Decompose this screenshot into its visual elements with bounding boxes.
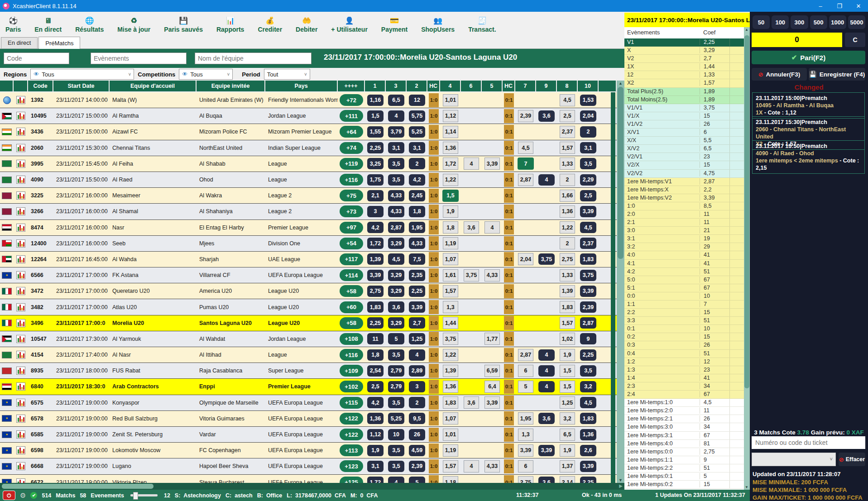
odds-cell-o1[interactable]: 1,39 bbox=[367, 253, 384, 265]
odds-cell-o4[interactable]: 1,12 bbox=[443, 110, 458, 122]
odds-cell-o7[interactable]: 5 bbox=[518, 381, 533, 393]
stats-chart-icon[interactable] bbox=[16, 287, 25, 295]
stats-chart-icon[interactable] bbox=[16, 255, 25, 263]
table-row[interactable]: 684023/11/2017 18:30:0Arab ContractorsEn… bbox=[0, 379, 617, 395]
odds-cell-o7[interactable]: 2,87 bbox=[518, 349, 533, 361]
odds-cell-o2[interactable]: 2,89 bbox=[409, 365, 425, 377]
power-button[interactable]: ⏻ bbox=[3, 491, 15, 500]
table-row[interactable]: ✶667223/11/2017 19:00:00Viktoria PlzenSt… bbox=[0, 475, 617, 483]
odds-cell-o1[interactable]: 3,39 bbox=[367, 270, 384, 281]
scroll-down-icon[interactable]: ▼ bbox=[619, 478, 623, 482]
odds-cell-o8[interactable]: 1,83 bbox=[560, 301, 575, 313]
odds-cell-o1[interactable]: 1,5 bbox=[367, 110, 384, 122]
odds-cell-o3[interactable]: 2,87 bbox=[388, 222, 404, 233]
odds-cell-o1[interactable]: 1,72 bbox=[367, 477, 384, 483]
event-row[interactable]: 1ere Mi-temps:3:034 bbox=[624, 423, 744, 431]
event-row[interactable]: 3:229 bbox=[624, 243, 744, 251]
odds-cell-o1[interactable]: 1,8 bbox=[367, 349, 384, 361]
odds-cell-o8[interactable]: 1,36 bbox=[560, 205, 575, 218]
table-row[interactable]: 348223/11/2017 17:00:00Atlas U20Pumas U2… bbox=[0, 299, 617, 315]
scroll-up-icon[interactable]: ▲ bbox=[619, 81, 623, 86]
odds-cell-o5[interactable]: 1,77 bbox=[484, 333, 500, 345]
tab-en-direct[interactable]: En direct bbox=[1, 37, 38, 48]
odds-cell-o4[interactable]: 1,39 bbox=[443, 365, 458, 377]
event-row[interactable]: 5:067 bbox=[624, 276, 744, 284]
event-row[interactable]: V1/V13,75 bbox=[624, 104, 744, 112]
odds-cell-o10[interactable]: 3,39 bbox=[580, 206, 596, 217]
odds-cell-o4[interactable]: 1,07 bbox=[443, 412, 458, 425]
table-row[interactable]: 1054723/11/2017 17:30:00Al YarmoukAl Wah… bbox=[0, 331, 617, 347]
event-row[interactable]: 1ere Mi-temps:V12,87 bbox=[624, 178, 744, 186]
odds-cell-o10[interactable]: 2,87 bbox=[580, 317, 596, 329]
event-row[interactable]: 5:167 bbox=[624, 284, 744, 292]
toolbar-button-rapports[interactable]: 📊Rapports bbox=[216, 16, 244, 33]
odds-cell-o8[interactable]: 4,5 bbox=[560, 94, 575, 106]
cancel-bet-button[interactable]: ⊘ Annuler(F3) bbox=[752, 68, 807, 81]
event-row[interactable]: X21,57 bbox=[624, 79, 744, 87]
odds-cell-o1[interactable]: 11 bbox=[367, 333, 384, 344]
table-row[interactable]: 139223/11/2017 14:00:00Malta (W)United A… bbox=[0, 92, 617, 108]
event-row[interactable]: 1:323 bbox=[624, 366, 744, 374]
odds-cell-o9[interactable]: 3,6 bbox=[538, 110, 555, 122]
more-odds-button[interactable]: +113 bbox=[340, 444, 363, 456]
event-row[interactable]: 1ere Mi-temps:X2,2 bbox=[624, 186, 744, 194]
stats-chart-icon[interactable] bbox=[16, 160, 25, 168]
stake-button-300[interactable]: 300 bbox=[791, 15, 808, 29]
stats-chart-icon[interactable] bbox=[16, 128, 25, 136]
event-row[interactable]: 2:467 bbox=[624, 391, 744, 399]
event-row[interactable]: V22,7 bbox=[624, 55, 744, 63]
event-row[interactable]: 3:351 bbox=[624, 317, 744, 325]
odds-cell-o2[interactable]: 2 bbox=[409, 158, 425, 169]
minimize-button[interactable]: – bbox=[811, 0, 830, 12]
odds-cell-o2[interactable]: 5 bbox=[409, 477, 425, 483]
odds-cell-o2[interactable]: 3 bbox=[409, 381, 425, 392]
more-odds-button[interactable]: +116 bbox=[340, 349, 363, 361]
odds-cell-o3[interactable]: 3,79 bbox=[388, 126, 404, 138]
event-row[interactable]: V1/V226 bbox=[624, 120, 744, 129]
event-row[interactable]: Total Moins(2.5)1,89 bbox=[624, 96, 744, 104]
odds-cell-o1[interactable]: 2,5 bbox=[367, 381, 384, 392]
table-row[interactable]: 322523/11/2017 16:00:00MesaimeerAl Wakra… bbox=[0, 188, 617, 204]
odds-cell-o2[interactable]: 3,1 bbox=[409, 142, 425, 153]
event-row[interactable]: 1ere Mi-temps:V23,39 bbox=[624, 194, 744, 202]
odds-cell-o3[interactable]: 3,5 bbox=[388, 461, 404, 472]
odds-cell-o4[interactable]: 1,3 bbox=[443, 301, 458, 313]
event-row[interactable]: 2:215 bbox=[624, 309, 744, 317]
stats-chart-icon[interactable] bbox=[16, 319, 25, 327]
odds-cell-o10[interactable]: 3,39 bbox=[580, 286, 596, 297]
odds-cell-o1[interactable]: 4,2 bbox=[367, 397, 384, 408]
odds-cell-o3[interactable]: 3,6 bbox=[388, 301, 404, 313]
odds-cell-o8[interactable]: 1,9 bbox=[560, 444, 575, 457]
toolbar-button-en-direct[interactable]: 🖥En direct bbox=[34, 16, 62, 33]
event-row[interactable]: X/V26,5 bbox=[624, 145, 744, 153]
stats-chart-icon[interactable] bbox=[16, 462, 25, 470]
odds-cell-o8[interactable]: 1,57 bbox=[560, 317, 575, 329]
more-odds-button[interactable]: +74 bbox=[340, 142, 363, 154]
stats-chart-icon[interactable] bbox=[16, 207, 25, 215]
odds-cell-o1[interactable]: 3,25 bbox=[367, 158, 384, 169]
more-odds-button[interactable]: +119 bbox=[340, 158, 363, 170]
odds-cell-o7[interactable]: 7 bbox=[518, 157, 534, 170]
event-row[interactable]: 121,33 bbox=[624, 71, 744, 79]
stats-chart-icon[interactable] bbox=[16, 176, 25, 184]
table-row[interactable]: 1240023/11/2017 16:00:00SeebMjeesDivisio… bbox=[0, 236, 617, 252]
event-row[interactable]: Total Plus(2.5)1,89 bbox=[624, 88, 744, 96]
event-row[interactable]: 1ere Mi-temps:1:04,5 bbox=[624, 399, 744, 407]
odds-cell-o4[interactable]: 1,22 bbox=[443, 174, 458, 186]
event-row[interactable]: 4:041 bbox=[624, 251, 744, 259]
tab-prematchs[interactable]: PréMatchs bbox=[38, 37, 80, 49]
toolbar-button-crediter[interactable]: 💰Crediter bbox=[258, 16, 282, 33]
period-select[interactable]: Tout ˅ bbox=[264, 69, 310, 80]
odds-cell-o7[interactable]: 6 bbox=[518, 365, 533, 377]
event-row[interactable]: 0:451 bbox=[624, 350, 744, 358]
odds-cell-o8[interactable]: 3,2 bbox=[560, 412, 575, 425]
odds-cell-o1[interactable]: 1,75 bbox=[367, 174, 384, 186]
more-odds-button[interactable]: +125 bbox=[340, 477, 363, 483]
odds-cell-o8[interactable]: 1,25 bbox=[560, 396, 575, 409]
odds-cell-o4[interactable]: 1,72 bbox=[443, 157, 458, 170]
odds-cell-o10[interactable]: 2,5 bbox=[580, 190, 596, 201]
table-row[interactable]: 399523/11/2017 15:45:00Al FeihaAl Shabab… bbox=[0, 156, 617, 172]
odds-cell-o3[interactable]: 2,79 bbox=[388, 381, 404, 392]
table-row[interactable]: 349623/11/2017 17:00:0Morelia U20Santos … bbox=[0, 315, 617, 331]
event-row[interactable]: 1:441 bbox=[624, 374, 744, 382]
